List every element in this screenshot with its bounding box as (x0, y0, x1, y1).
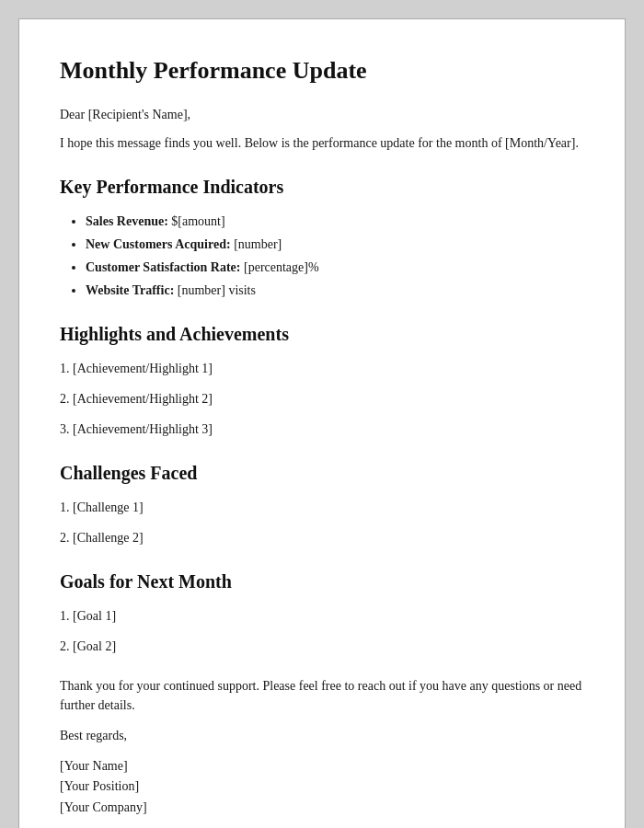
highlights-list: 1. [Achievement/Highlight 1] 2. [Achieve… (60, 359, 584, 439)
challenge-item-2: 2. [Challenge 2] (60, 528, 584, 547)
kpi-item-4: Website Traffic: [number] visits (86, 281, 584, 300)
kpi-label-1: Sales Revenue: (86, 214, 168, 228)
highlight-item-1: 1. [Achievement/Highlight 1] (60, 359, 584, 378)
highlight-item-2: 2. [Achievement/Highlight 2] (60, 389, 584, 408)
kpi-item-2: New Customers Acquired: [number] (86, 235, 584, 254)
goal-item-2: 2. [Goal 2] (60, 637, 584, 656)
kpi-item-3: Customer Satisfaction Rate: [percentage]… (86, 258, 584, 277)
kpi-value-1: $[amount] (171, 214, 224, 228)
kpi-label-2: New Customers Acquired: (86, 237, 231, 251)
goals-list: 1. [Goal 1] 2. [Goal 2] (60, 606, 584, 656)
highlights-section: Highlights and Achievements 1. [Achievem… (60, 320, 584, 439)
challenges-heading: Challenges Faced (60, 459, 584, 487)
signature-block: [Your Name] [Your Position] [Your Compan… (60, 756, 584, 818)
closing-text: Thank you for your continued support. Pl… (60, 676, 584, 715)
goals-section: Goals for Next Month 1. [Goal 1] 2. [Goa… (60, 568, 584, 656)
intro-text: I hope this message finds you well. Belo… (60, 133, 584, 153)
goals-heading: Goals for Next Month (60, 568, 584, 595)
challenges-section: Challenges Faced 1. [Challenge 1] 2. [Ch… (60, 459, 584, 547)
kpi-label-4: Website Traffic: (86, 283, 174, 297)
highlight-item-3: 3. [Achievement/Highlight 3] (60, 420, 584, 439)
signature-position: [Your Position] (60, 776, 584, 797)
document-title: Monthly Performance Update (60, 52, 584, 88)
challenges-list: 1. [Challenge 1] 2. [Challenge 2] (60, 498, 584, 547)
challenge-item-1: 1. [Challenge 1] (60, 498, 584, 517)
kpi-item-1: Sales Revenue: $[amount] (86, 212, 584, 231)
kpi-heading: Key Performance Indicators (60, 173, 584, 201)
greeting-text: Dear [Recipient's Name], (60, 105, 584, 124)
kpi-value-4: [number] visits (178, 283, 256, 297)
regards-text: Best regards, (60, 726, 584, 745)
goal-item-1: 1. [Goal 1] (60, 606, 584, 626)
kpi-label-3: Customer Satisfaction Rate: (86, 260, 241, 274)
kpi-list: Sales Revenue: $[amount] New Customers A… (60, 212, 584, 300)
document-container: Monthly Performance Update Dear [Recipie… (18, 18, 626, 828)
signature-name: [Your Name] (60, 756, 584, 776)
kpi-section: Key Performance Indicators Sales Revenue… (60, 173, 584, 300)
kpi-value-3: [percentage]% (244, 260, 319, 274)
kpi-value-2: [number] (234, 237, 282, 251)
highlights-heading: Highlights and Achievements (60, 320, 584, 348)
signature-company: [Your Company] (60, 798, 584, 818)
